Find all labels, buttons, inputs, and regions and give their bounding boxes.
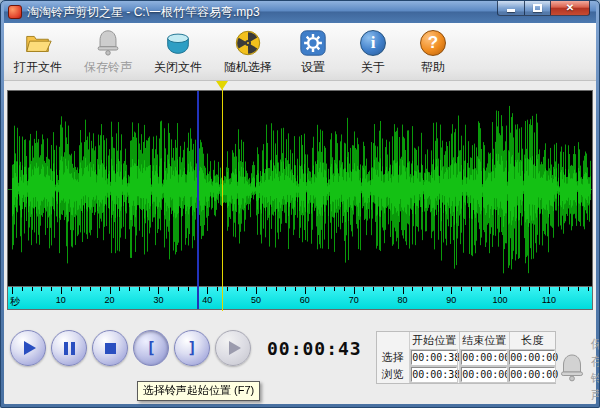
- waveform-section: 秒 102030405060708090100110: [4, 81, 596, 319]
- ruler-tick-label: 80: [397, 295, 407, 305]
- minimize-icon: [507, 9, 515, 12]
- pause-button[interactable]: [51, 330, 87, 366]
- ruler-tick-label: 40: [202, 295, 212, 305]
- window-controls: ✕: [497, 1, 590, 16]
- stop-icon: [105, 343, 116, 354]
- ruler-tick: [451, 287, 452, 294]
- ruler-tick: [393, 287, 394, 291]
- ruler-tick: [129, 287, 130, 291]
- browse-length-value: 00:00:00: [509, 366, 555, 383]
- play-button[interactable]: [10, 330, 46, 366]
- ruler-tick: [266, 287, 267, 291]
- current-time-display: 00:00:43: [267, 338, 362, 359]
- ruler-tick-label: 30: [153, 295, 163, 305]
- waveform-canvas[interactable]: [8, 91, 592, 287]
- ruler-tick: [568, 287, 569, 291]
- toolbar-label: 随机选择: [224, 59, 272, 76]
- toolbar-random-select[interactable]: 随机选择: [220, 26, 276, 78]
- col-header-start: 开始位置: [409, 332, 459, 349]
- ruler-tick: [520, 287, 521, 291]
- title-bar[interactable]: 淘淘铃声剪切之星 - C:\一根竹竿容易弯.mp3 ✕: [4, 1, 596, 23]
- ruler-tick: [422, 287, 423, 291]
- toolbar-label: 保存铃声: [84, 59, 132, 76]
- ruler-tick: [168, 287, 169, 291]
- ruler-tick: [442, 287, 443, 291]
- ruler-tick: [305, 287, 306, 294]
- ruler-tick: [432, 287, 433, 291]
- ruler-tick: [237, 287, 238, 291]
- maximize-icon: [533, 4, 542, 12]
- ruler-tick: [403, 287, 404, 294]
- toolbar-label: 打开文件: [14, 59, 62, 76]
- close-icon: ✕: [566, 3, 574, 13]
- ruler-tick: [461, 287, 462, 291]
- ruler-tick: [481, 287, 482, 291]
- ruler-tick: [207, 287, 208, 294]
- ruler-tick: [71, 287, 72, 291]
- toolbar-label: 关闭文件: [154, 59, 202, 76]
- ruler-tick-label: 10: [56, 295, 66, 305]
- close-file-icon: [163, 28, 193, 58]
- ruler-tick: [295, 287, 296, 291]
- ruler-tick: [32, 287, 33, 291]
- ruler-tick: [41, 287, 42, 291]
- waveform-panel: 秒 102030405060708090100110: [8, 81, 592, 319]
- playhead-top-handle-icon[interactable]: [216, 81, 228, 90]
- ruler-unit-label: 秒: [10, 295, 20, 309]
- col-header-end: 结束位置: [459, 332, 509, 349]
- ruler-tick: [51, 287, 52, 291]
- minimize-button[interactable]: [497, 1, 524, 16]
- client-area: 打开文件 保存铃声 关闭文件 随机选择: [4, 23, 596, 404]
- stop-button[interactable]: [92, 330, 128, 366]
- ruler-tick: [500, 287, 501, 294]
- ruler-tick: [549, 287, 550, 294]
- toolbar-open-file[interactable]: 打开文件: [10, 26, 66, 78]
- ruler-tick-label: 50: [251, 295, 261, 305]
- toolbar-settings[interactable]: 设置: [290, 26, 336, 78]
- ruler-tick: [412, 287, 413, 291]
- ruler-tick: [471, 287, 472, 291]
- pause-icon: [64, 342, 75, 355]
- time-ruler[interactable]: 秒 102030405060708090100110: [8, 287, 592, 309]
- toolbar-about[interactable]: i 关于: [350, 26, 396, 78]
- ruler-tick: [344, 287, 345, 291]
- ruler-tick: [539, 287, 540, 291]
- app-icon: [8, 5, 22, 19]
- selection-length-value: 00:00:00: [509, 349, 555, 366]
- ruler-tick: [80, 287, 81, 291]
- about-icon: i: [358, 28, 388, 58]
- ruler-tick: [276, 287, 277, 291]
- close-button[interactable]: ✕: [550, 1, 590, 16]
- browse-start-value: 00:00:38: [409, 366, 459, 383]
- ruler-tick: [227, 287, 228, 291]
- ruler-tick: [354, 287, 355, 294]
- playhead-marker[interactable]: [222, 89, 223, 311]
- toolbar-label: 设置: [301, 59, 325, 76]
- ruler-tick: [334, 287, 335, 291]
- ruler-tick: [139, 287, 140, 291]
- ruler-tick: [383, 287, 384, 291]
- toolbar-label: 关于: [361, 59, 385, 76]
- ruler-tick: [100, 287, 101, 291]
- row-label-selection: 选择: [377, 349, 409, 366]
- selection-start-value: 00:00:38: [409, 349, 459, 366]
- ruler-tick: [61, 287, 62, 294]
- toolbar-help[interactable]: ? 帮助: [410, 26, 456, 78]
- maximize-button[interactable]: [524, 1, 550, 16]
- position-table: 开始位置 结束位置 长度 选择 00:00:38 00:00:00 00:00:…: [376, 331, 556, 384]
- mark-start-icon: [: [146, 340, 156, 356]
- toolbar-close-file[interactable]: 关闭文件: [150, 26, 206, 78]
- ruler-tick: [178, 287, 179, 291]
- selection-start-marker[interactable]: [197, 91, 199, 309]
- ruler-tick: [149, 287, 150, 291]
- mark-end-button[interactable]: ]: [174, 330, 210, 366]
- ruler-tick: [285, 287, 286, 291]
- ruler-tick: [188, 287, 189, 291]
- ruler-tick: [510, 287, 511, 291]
- settings-icon: [298, 28, 328, 58]
- toolbar-save-ringtone: 保存铃声: [80, 26, 136, 78]
- ruler-tick-label: 70: [349, 295, 359, 305]
- mark-end-icon: ]: [187, 340, 197, 356]
- mark-start-button[interactable]: [: [133, 330, 169, 366]
- ruler-tick: [12, 287, 13, 294]
